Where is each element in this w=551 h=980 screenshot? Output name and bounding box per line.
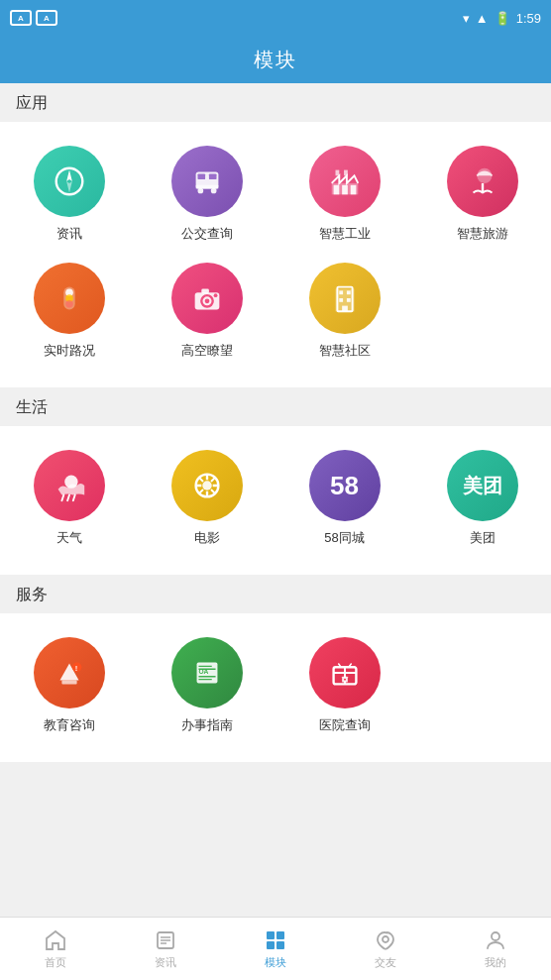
- svg-point-38: [202, 481, 212, 490]
- friends-icon: [374, 928, 397, 952]
- life-grid: 天气 电影: [0, 426, 551, 575]
- item-bus[interactable]: 公交查询: [138, 138, 276, 255]
- svg-point-70: [383, 936, 388, 942]
- item-education[interactable]: ! 教育咨询: [0, 629, 138, 746]
- svg-marker-1: [66, 170, 72, 181]
- icon-film: [171, 450, 243, 521]
- icon-hospital: [309, 637, 381, 708]
- tab-mine[interactable]: 我的: [441, 918, 551, 980]
- item-58city[interactable]: 58 58同城: [276, 442, 413, 559]
- label-traffic: 实时路况: [44, 342, 95, 360]
- section-header-life: 生活: [0, 387, 551, 426]
- wifi-icon: ▾: [463, 11, 470, 26]
- section-header-app: 应用: [0, 83, 551, 122]
- news-icon: [154, 928, 177, 952]
- svg-point-25: [213, 293, 217, 297]
- label-hospital: 医院查询: [319, 716, 371, 734]
- svg-rect-68: [267, 941, 275, 949]
- svg-rect-4: [197, 173, 205, 179]
- text-58-label: 58: [330, 473, 359, 498]
- tab-friends-label: 交友: [375, 955, 396, 970]
- icon-meituan: 美团: [447, 450, 518, 521]
- svg-point-71: [492, 932, 499, 940]
- status-right: ▾ ▲ 🔋 1:59: [463, 11, 541, 26]
- svg-rect-67: [276, 931, 284, 939]
- tab-home[interactable]: 首页: [0, 918, 110, 980]
- svg-rect-28: [339, 290, 343, 294]
- svg-point-7: [197, 188, 203, 194]
- label-oa: 办事指南: [181, 716, 233, 734]
- label-travel: 智慧旅游: [457, 225, 508, 243]
- svg-rect-32: [342, 306, 348, 312]
- item-community[interactable]: 智慧社区: [276, 255, 413, 372]
- svg-rect-29: [346, 290, 350, 294]
- page-title: 模块: [254, 47, 297, 73]
- label-meituan: 美团: [470, 529, 496, 547]
- label-info: 资讯: [56, 225, 82, 243]
- svg-line-43: [198, 478, 202, 482]
- svg-rect-13: [335, 170, 339, 176]
- tab-bar: 首页 资讯 模块 交友 我的: [0, 917, 551, 980]
- tab-modules[interactable]: 模块: [220, 918, 330, 980]
- item-info[interactable]: 资讯: [0, 138, 138, 255]
- svg-rect-10: [333, 185, 339, 195]
- item-hospital[interactable]: 医院查询: [276, 629, 413, 746]
- home-icon: [44, 928, 67, 952]
- icon-travel: [447, 146, 518, 217]
- label-education: 教育咨询: [44, 716, 95, 734]
- svg-line-34: [67, 495, 69, 501]
- svg-line-36: [61, 495, 63, 501]
- svg-text:!: !: [74, 664, 77, 673]
- svg-point-20: [65, 300, 73, 308]
- app-icon-letter2: A: [44, 14, 50, 23]
- icon-building: [309, 263, 381, 334]
- svg-marker-2: [66, 181, 72, 192]
- app-icon-box: A: [10, 10, 32, 26]
- svg-rect-24: [201, 289, 209, 294]
- tab-home-label: 首页: [45, 955, 66, 970]
- svg-rect-66: [267, 931, 275, 939]
- tab-news-label: 资讯: [155, 955, 176, 970]
- icon-oa: OA: [171, 637, 243, 708]
- service-grid: ! 教育咨询 OA 办事指南: [0, 613, 551, 762]
- svg-rect-47: [61, 681, 76, 685]
- label-weather: 天气: [56, 529, 82, 547]
- tab-friends[interactable]: 交友: [331, 918, 441, 980]
- icon-bus: [171, 146, 243, 217]
- mine-icon: [484, 928, 507, 952]
- icon-traffic: [34, 263, 105, 334]
- title-bar: 模块: [0, 36, 551, 83]
- item-meituan[interactable]: 美团 美团: [413, 442, 551, 559]
- text-meituan-label: 美团: [463, 473, 502, 499]
- item-aerial[interactable]: 高空瞭望: [138, 255, 276, 372]
- item-oa[interactable]: OA 办事指南: [138, 629, 276, 746]
- tab-modules-label: 模块: [265, 955, 286, 970]
- tab-mine-label: 我的: [485, 955, 506, 970]
- item-traffic[interactable]: 实时路况: [0, 255, 138, 372]
- item-travel[interactable]: 智慧旅游: [413, 138, 551, 255]
- item-movie[interactable]: 电影: [138, 442, 276, 559]
- svg-rect-11: [342, 185, 348, 195]
- status-bar: A A ▾ ▲ 🔋 1:59: [0, 0, 551, 36]
- tab-news[interactable]: 资讯: [110, 918, 220, 980]
- item-weather[interactable]: 天气: [0, 442, 138, 559]
- svg-line-45: [210, 478, 214, 482]
- svg-point-23: [204, 298, 209, 303]
- svg-rect-31: [346, 298, 350, 302]
- battery-icon: 🔋: [495, 11, 510, 26]
- section-header-service: 服务: [0, 575, 551, 613]
- app-icon-letter: A: [18, 14, 24, 23]
- app-icon-box2: A: [36, 10, 57, 26]
- item-industry[interactable]: 智慧工业: [276, 138, 413, 255]
- label-movie: 电影: [194, 529, 220, 547]
- label-58city: 58同城: [324, 529, 364, 547]
- svg-rect-14: [344, 170, 348, 176]
- signal-icon: ▲: [476, 11, 489, 26]
- icon-compass: [34, 146, 105, 217]
- main-content: 应用 资讯: [0, 83, 551, 917]
- bottom-spacer: [0, 762, 551, 821]
- icon-factory: [309, 146, 381, 217]
- modules-icon: [264, 928, 287, 952]
- time-display: 1:59: [516, 11, 541, 26]
- label-bus: 公交查询: [181, 225, 233, 243]
